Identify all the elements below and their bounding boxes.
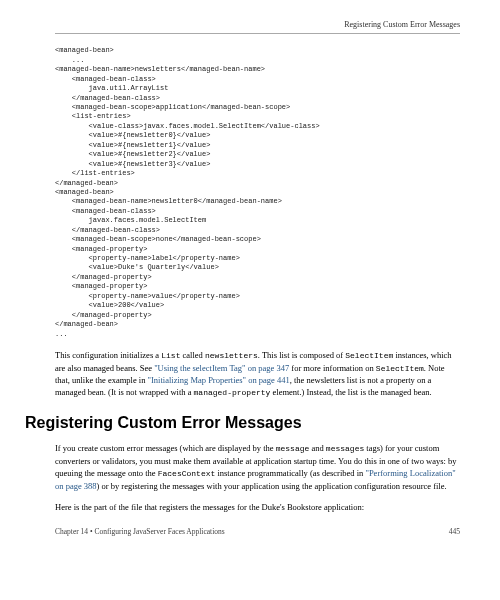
page-number: 445 <box>449 527 460 537</box>
code-inline: messages <box>326 444 364 453</box>
text: instance programmatically (as described … <box>215 468 365 478</box>
paragraph-registering-intro: If you create custom error messages (whi… <box>55 442 460 492</box>
text: This configuration initializes a <box>55 350 161 360</box>
code-inline: newsletters <box>205 351 258 360</box>
text: and <box>309 443 326 453</box>
code-inline: managed-property <box>194 388 271 397</box>
text: for more information on <box>289 363 376 373</box>
text: called <box>180 350 205 360</box>
running-head: Registering Custom Error Messages <box>55 20 460 34</box>
text: . This list is composed of <box>258 350 345 360</box>
text: element.) Instead, the list is the manag… <box>270 387 431 397</box>
code-inline: FacesContext <box>158 469 216 478</box>
code-inline: SelectItem <box>345 351 393 360</box>
footer-chapter: Chapter 14 • Configuring JavaServer Face… <box>55 527 225 537</box>
code-inline: SelectItem <box>376 364 424 373</box>
section-heading: Registering Custom Error Messages <box>25 413 460 434</box>
code-inline: List <box>161 351 180 360</box>
xref-link[interactable]: "Using the selectItem Tag" on page 347 <box>154 363 289 373</box>
paragraph-here-is: Here is the part of the file that regist… <box>55 501 460 513</box>
text: ) or by registering the messages with yo… <box>97 481 447 491</box>
xref-link[interactable]: "Initializing Map Properties" on page 44… <box>148 375 290 385</box>
text: If you create custom error messages (whi… <box>55 443 276 453</box>
code-inline: message <box>276 444 310 453</box>
code-listing: <managed-bean> ... <managed-bean-name>ne… <box>55 46 460 339</box>
paragraph-config-explain: This configuration initializes a List ca… <box>55 349 460 399</box>
